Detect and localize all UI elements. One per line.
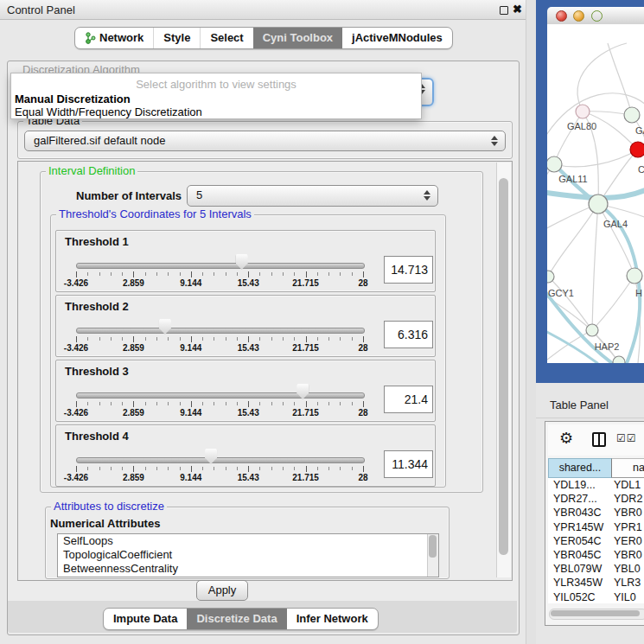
tab-discretize-label: Discretize Data bbox=[196, 609, 277, 629]
network-node[interactable] bbox=[630, 142, 644, 157]
scale-tick-label: 21.715 bbox=[292, 473, 319, 482]
network-node[interactable] bbox=[613, 356, 625, 363]
attributes-scrollbar[interactable] bbox=[427, 534, 438, 577]
table-row[interactable]: YBR043CYBR0 bbox=[548, 506, 644, 520]
table-row[interactable]: YER054CYER0 bbox=[548, 534, 644, 548]
slider-track[interactable] bbox=[76, 328, 365, 334]
table-row[interactable]: YDR27...YDR2 bbox=[548, 492, 644, 506]
scale-tick-label: 21.715 bbox=[292, 408, 319, 418]
threshold-value-field[interactable]: 11.344 bbox=[384, 450, 433, 478]
list-item[interactable]: BetweennessCentrality bbox=[58, 562, 438, 576]
slider-track[interactable] bbox=[76, 457, 365, 463]
tab-discretize-data[interactable]: Discretize Data bbox=[187, 609, 286, 629]
tab-select[interactable]: Select bbox=[200, 28, 252, 48]
table-row[interactable]: YLR345WYLR3 bbox=[548, 576, 644, 590]
network-node[interactable] bbox=[547, 156, 562, 172]
table-row[interactable]: YDL19...YDL1 bbox=[548, 478, 644, 492]
threshold-value-field[interactable]: 6.316 bbox=[384, 321, 433, 348]
node-label: C bbox=[638, 164, 644, 175]
scale-tick-label: -3.426 bbox=[64, 278, 88, 288]
close-icon[interactable]: ✖ bbox=[513, 3, 522, 16]
tab-network[interactable]: Network bbox=[75, 28, 153, 48]
threshold-label: Threshold 2 bbox=[65, 300, 129, 313]
network-node[interactable] bbox=[589, 194, 608, 214]
dropdown-placeholder-option[interactable]: Select algorithm to view settings bbox=[11, 73, 421, 92]
table-header-row: shared... na bbox=[548, 458, 644, 478]
table-data-combobox[interactable]: galFiltered.sif default node bbox=[24, 131, 506, 151]
threshold-panel: Threshold 2 -3.4262.8599.14415.4321.7152… bbox=[55, 295, 436, 357]
mac-zoom-icon[interactable] bbox=[591, 10, 603, 22]
slider-track[interactable] bbox=[76, 392, 365, 399]
slider-scale-labels: -3.4262.8599.14415.4321.71528 bbox=[76, 408, 363, 418]
column-header-shared[interactable]: shared... bbox=[548, 458, 612, 478]
dropdown-option-equal-width[interactable]: Equal Width/Frequency Discretization bbox=[11, 105, 421, 118]
scale-tick-label: 2.859 bbox=[123, 473, 144, 482]
attributes-group-legend: Attributes to discretize bbox=[51, 501, 167, 513]
tab-style-label: Style bbox=[163, 28, 190, 48]
network-canvas[interactable]: GAL80GACGAL11GAL4GCY1HHAP2 bbox=[547, 24, 644, 363]
scale-tick-label: 2.859 bbox=[123, 343, 144, 353]
number-of-intervals-combobox[interactable]: 5 bbox=[187, 185, 438, 207]
scale-tick-label: 9.144 bbox=[180, 278, 201, 288]
slider-ticks bbox=[76, 336, 363, 343]
float-window-icon[interactable] bbox=[500, 6, 508, 15]
column-header-name[interactable]: na bbox=[612, 458, 644, 478]
network-node[interactable] bbox=[576, 105, 590, 118]
threshold-label: Threshold 3 bbox=[65, 365, 129, 378]
thresholds-group-legend: Threshold's Coordinates for 5 Intervals bbox=[56, 208, 254, 220]
network-node[interactable] bbox=[624, 107, 640, 123]
slider-ticks bbox=[76, 466, 363, 473]
tab-cyni-toolbox[interactable]: Cyni Toolbox bbox=[253, 28, 342, 48]
gear-icon[interactable]: ⚙ bbox=[559, 429, 573, 448]
checkbox-icons[interactable]: ☑☑ bbox=[616, 432, 637, 444]
threshold-label: Threshold 4 bbox=[65, 430, 129, 443]
apply-button[interactable]: Apply bbox=[196, 580, 248, 601]
slider-scale-labels: -3.4262.8599.14415.4321.71528 bbox=[76, 278, 363, 289]
threshold-value-field[interactable]: 14.713 bbox=[384, 256, 433, 284]
slider-track[interactable] bbox=[76, 263, 365, 269]
table-row[interactable]: YBL079WYBL0 bbox=[548, 562, 644, 576]
threshold-panel: Threshold 4 -3.4262.8599.14415.4321.7152… bbox=[55, 424, 436, 487]
node-label: H bbox=[635, 288, 642, 298]
slider-ticks bbox=[76, 401, 363, 408]
tab-jactivemnodules[interactable]: jActiveMNodules bbox=[342, 28, 452, 48]
dropdown-option-manual[interactable]: Manual Discretization bbox=[11, 92, 421, 105]
scale-tick-label: 15.43 bbox=[238, 473, 259, 482]
mac-minimize-icon[interactable] bbox=[573, 10, 584, 22]
network-node[interactable] bbox=[547, 271, 554, 283]
network-node[interactable] bbox=[586, 324, 598, 336]
scrollbar-thumb[interactable] bbox=[429, 535, 437, 558]
numerical-attributes-list[interactable]: SelfLoopsTopologicalCoefficientBetweenne… bbox=[57, 533, 439, 577]
table-row[interactable]: YPR145WYPR1 bbox=[548, 520, 644, 534]
table-panel-area: Table Panel ⚙ ☑☑ shared... na YDL19...YD… bbox=[536, 383, 644, 644]
tab-style[interactable]: Style bbox=[153, 28, 200, 48]
tab-cyni-label: Cyni Toolbox bbox=[263, 28, 333, 48]
list-item[interactable]: SelfLoops bbox=[58, 534, 438, 548]
mac-close-icon[interactable] bbox=[556, 10, 567, 22]
scrollbar-thumb[interactable] bbox=[499, 178, 508, 555]
attributes-items: SelfLoopsTopologicalCoefficientBetweenne… bbox=[58, 534, 438, 576]
scale-tick-label: 15.43 bbox=[238, 408, 259, 418]
tab-impute-data[interactable]: Impute Data bbox=[104, 609, 187, 629]
numerical-attributes-label: Numerical Attributes bbox=[50, 517, 160, 530]
table-body: YDL19...YDL1YDR27...YDR2YBR043CYBR0YPR14… bbox=[548, 478, 644, 603]
network-window-titlebar[interactable] bbox=[547, 7, 644, 25]
scrollbar-thumb[interactable] bbox=[551, 610, 640, 616]
node-label: HAP2 bbox=[595, 341, 620, 352]
table-row[interactable]: YBR045CYBR0 bbox=[548, 548, 644, 562]
table-row[interactable]: YIL052CYIL0 bbox=[548, 590, 644, 604]
vertical-scrollbar[interactable] bbox=[496, 163, 511, 577]
threshold-value-field[interactable]: 21.4 bbox=[384, 386, 433, 413]
scale-tick-label: 21.715 bbox=[292, 278, 319, 288]
node-label: GAL4 bbox=[603, 219, 628, 229]
scale-tick-label: 28 bbox=[358, 408, 367, 418]
tab-infer-network[interactable]: Infer Network bbox=[287, 609, 378, 629]
scale-tick-label: -3.426 bbox=[64, 473, 88, 482]
node-label: GAL80 bbox=[567, 121, 596, 131]
columns-icon[interactable] bbox=[592, 432, 606, 447]
horizontal-scrollbar[interactable] bbox=[549, 609, 644, 620]
top-tab-bar: Network Style Select Cyni Toolbox jActiv… bbox=[74, 27, 453, 49]
network-node[interactable] bbox=[627, 268, 642, 284]
bottom-tab-bar: Impute Data Discretize Data Infer Networ… bbox=[103, 608, 379, 630]
list-item[interactable]: TopologicalCoefficient bbox=[58, 548, 438, 562]
